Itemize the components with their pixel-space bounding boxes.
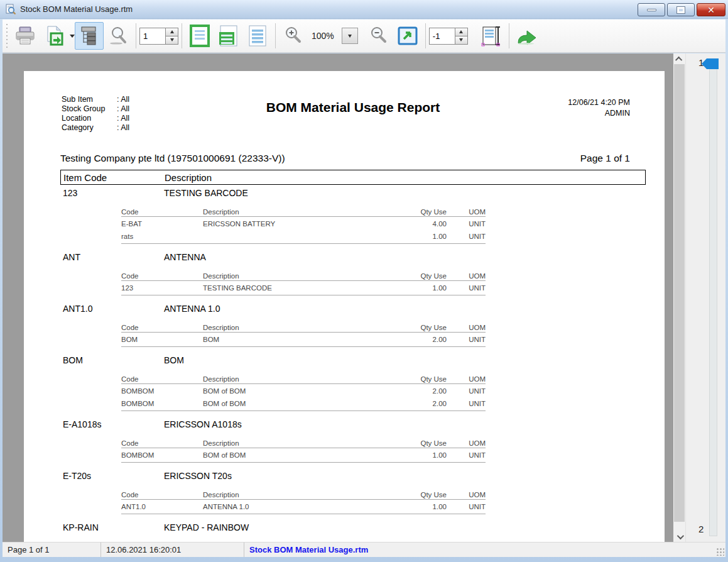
toolbar-separator bbox=[509, 23, 509, 48]
preview-area: Sub Item : All Stock Group : All Locatio… bbox=[3, 53, 725, 542]
outline-tree-icon bbox=[79, 25, 100, 47]
material-description: TESTING BARCODE bbox=[203, 282, 390, 295]
sub-col-code: Code bbox=[121, 437, 203, 448]
group-header-row: 123TESTING BARCODE bbox=[60, 187, 646, 199]
view-100-percent-button[interactable] bbox=[243, 22, 272, 50]
material-qty-use: 1.00 bbox=[390, 501, 447, 514]
export-dropdown-arrow[interactable] bbox=[70, 35, 75, 38]
minimize-button[interactable] bbox=[638, 3, 665, 16]
page-number-input[interactable] bbox=[140, 28, 165, 44]
material-uom: UNIT bbox=[447, 449, 486, 462]
subtable-header-row: CodeDescriptionQty UseUOM bbox=[121, 321, 486, 333]
export-button[interactable] bbox=[40, 22, 68, 50]
page-slider-track[interactable] bbox=[709, 60, 717, 536]
page-navigator: 1 2 bbox=[685, 53, 725, 542]
close-button[interactable]: ✕ bbox=[697, 3, 725, 16]
group-header-row: KP-RAINKEYPAD - RAINBOW bbox=[60, 522, 646, 533]
open-in-window-button[interactable] bbox=[393, 22, 422, 50]
item-code-column-header: Item Code bbox=[61, 172, 165, 183]
group-header-row: E-T20sERICSSON T20s bbox=[60, 470, 646, 482]
group-item-code: E-A1018s bbox=[60, 419, 164, 430]
page-margins-button[interactable] bbox=[477, 22, 506, 50]
go-export-button[interactable] bbox=[513, 22, 541, 50]
sub-col-uom: UOM bbox=[447, 321, 486, 332]
sub-col-qty-use: Qty Use bbox=[390, 321, 447, 332]
toolbar-separator bbox=[425, 23, 426, 48]
material-subtable: CodeDescriptionQty UseUOME-BATERICSSON B… bbox=[121, 206, 486, 244]
material-row: E-BATERICSSON BATTERY4.00UNIT bbox=[121, 218, 486, 231]
filter-row: Location : All bbox=[62, 114, 129, 123]
material-code: BOMBOM bbox=[121, 449, 203, 462]
subtable-header-row: CodeDescriptionQty UseUOM bbox=[121, 206, 486, 217]
printer-icon bbox=[14, 26, 36, 46]
material-qty-use: 4.00 bbox=[390, 218, 447, 231]
zoom-in-button[interactable] bbox=[279, 22, 308, 50]
group-description: ANTENNA 1.0 bbox=[164, 303, 220, 314]
subtable-rows: BOMBOMBOM of BOM2.00UNITBOMBOMBOM of BOM… bbox=[121, 384, 486, 411]
material-code: E-BAT bbox=[121, 218, 203, 231]
company-name: Testing Company pte ltd (197501000691 (2… bbox=[60, 153, 285, 170]
group-item-code: ANT1.0 bbox=[60, 303, 164, 314]
window-title: Stock BOM Material Usage.rtm bbox=[20, 4, 133, 14]
material-qty-use: 2.00 bbox=[390, 398, 447, 410]
sub-col-qty-use: Qty Use bbox=[390, 437, 447, 448]
page-spin-up-button[interactable] bbox=[166, 28, 178, 36]
zoom-out-icon bbox=[368, 25, 389, 47]
sub-col-qty-use: Qty Use bbox=[390, 206, 447, 216]
search-button[interactable] bbox=[104, 22, 133, 50]
status-filename-text: Stock BOM Material Usage.rtm bbox=[249, 545, 368, 554]
report-page: Sub Item : All Stock Group : All Locatio… bbox=[24, 71, 665, 542]
resize-grip[interactable] bbox=[716, 548, 724, 556]
material-qty-use: 2.00 bbox=[390, 334, 447, 346]
sub-col-uom: UOM bbox=[447, 270, 486, 280]
print-preview-document-icon bbox=[5, 4, 16, 15]
sub-col-code: Code bbox=[121, 206, 203, 216]
subtable-rows: E-BATERICSSON BATTERY4.00UNITrats1.00UNI… bbox=[121, 217, 486, 244]
sub-col-qty-use: Qty Use bbox=[390, 373, 447, 383]
bom-group: E-T20sERICSSON T20sCodeDescriptionQty Us… bbox=[60, 470, 646, 514]
offset-spin-up-button[interactable] bbox=[455, 28, 467, 36]
toolbar-separator bbox=[275, 23, 276, 48]
offset-spin-down-button[interactable] bbox=[455, 36, 467, 44]
sub-col-code: Code bbox=[121, 270, 203, 280]
material-row: BOMBOMBOM of BOM2.00UNIT bbox=[121, 385, 486, 398]
material-uom: UNIT bbox=[447, 282, 486, 295]
sub-col-code: Code bbox=[121, 321, 203, 332]
report-groups: 123TESTING BARCODECodeDescriptionQty Use… bbox=[60, 187, 646, 542]
page-spin-down-button[interactable] bbox=[166, 36, 178, 44]
scroll-up-button[interactable] bbox=[673, 53, 685, 64]
group-item-code: KP-RAIN bbox=[60, 522, 164, 533]
zoom-dropdown-button[interactable] bbox=[342, 28, 358, 44]
scrollbar-thumb[interactable] bbox=[674, 64, 685, 522]
vertical-scrollbar[interactable] bbox=[673, 53, 685, 542]
material-subtable: CodeDescriptionQty UseUOM123TESTING BARC… bbox=[121, 270, 486, 295]
filter-row: Category : All bbox=[62, 123, 129, 133]
toolbar-separator bbox=[136, 23, 136, 48]
report-preview-window: Stock BOM Material Usage.rtm ✕ bbox=[0, 0, 728, 562]
material-description: BOM of BOM bbox=[203, 385, 390, 398]
group-description: KEYPAD - RAINBOW bbox=[164, 522, 249, 533]
material-description: ANTENNA 1.0 bbox=[203, 501, 390, 514]
filter-label: Location bbox=[62, 114, 117, 123]
status-page-text: Page 1 of 1 bbox=[8, 545, 50, 554]
print-button[interactable] bbox=[11, 22, 40, 50]
sub-col-qty-use: Qty Use bbox=[390, 270, 447, 280]
scroll-down-button[interactable] bbox=[673, 531, 685, 542]
group-header-row: BOMBOM bbox=[60, 355, 646, 366]
outline-view-button[interactable] bbox=[75, 22, 104, 50]
fit-page-width-button[interactable] bbox=[214, 22, 243, 50]
material-description: BOM of BOM bbox=[203, 449, 390, 462]
group-description: ERICSSON T20s bbox=[164, 470, 232, 482]
zoom-out-button[interactable] bbox=[364, 22, 393, 50]
sub-col-description: Description bbox=[203, 373, 390, 383]
current-page-marker[interactable] bbox=[702, 58, 719, 69]
material-description: BOM of BOM bbox=[203, 398, 390, 410]
offset-input[interactable] bbox=[430, 28, 455, 44]
material-qty-use: 1.00 bbox=[390, 449, 447, 462]
material-code: 123 bbox=[121, 282, 203, 295]
close-icon: ✕ bbox=[707, 6, 715, 14]
toolbar-grip[interactable] bbox=[5, 24, 8, 48]
maximize-button[interactable] bbox=[667, 3, 695, 16]
material-qty-use: 2.00 bbox=[390, 385, 447, 398]
fit-whole-page-button[interactable] bbox=[185, 22, 214, 50]
